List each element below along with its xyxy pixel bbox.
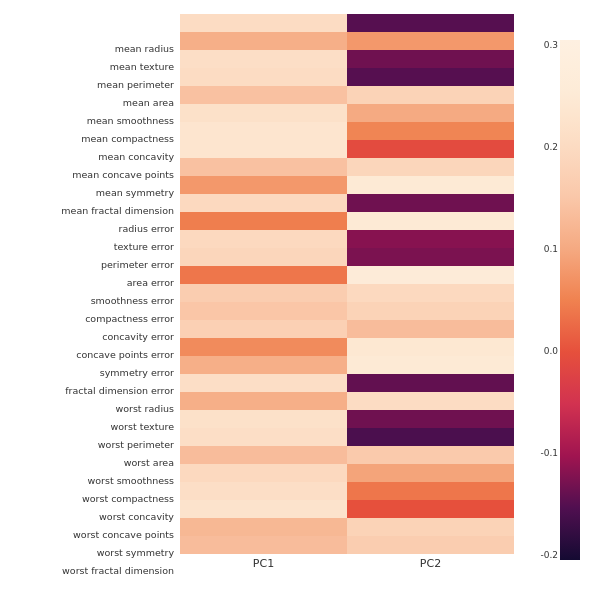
heatmap-cell-pc2	[347, 212, 514, 230]
heatmap-cell-pc2	[347, 140, 514, 158]
heatmap-cell-pc1	[180, 266, 347, 284]
heatmap-cell-pc1	[180, 50, 347, 68]
heatmap-cell-pc2	[347, 176, 514, 194]
row-label: mean concave points	[0, 166, 178, 184]
heatmap-cell-pc2	[347, 284, 514, 302]
heatmap-cell-pc2	[347, 68, 514, 86]
row-label: smoothness error	[0, 292, 178, 310]
chart-container: mean radiusmean texturemean perimetermea…	[0, 0, 594, 605]
chart-title	[0, 0, 594, 14]
row-label: worst compactness	[0, 490, 178, 508]
colorbar-gradient	[560, 40, 580, 560]
heatmap-cell-pc2	[347, 338, 514, 356]
row-label: worst perimeter	[0, 436, 178, 454]
heatmap-cell-pc1	[180, 374, 347, 392]
row-label: mean fractal dimension	[0, 202, 178, 220]
row-label: worst symmetry	[0, 544, 178, 562]
heatmap-cell-pc1	[180, 446, 347, 464]
heatmap-cell-pc2	[347, 32, 514, 50]
heatmap-cell-pc1	[180, 248, 347, 266]
heatmap-cell-pc1	[180, 518, 347, 536]
heatmap-cell-pc2	[347, 500, 514, 518]
heatmap-cell-pc2	[347, 482, 514, 500]
heatmap-cell-pc1	[180, 176, 347, 194]
row-label: worst concavity	[0, 508, 178, 526]
heatmap-cell-pc1	[180, 338, 347, 356]
colorbar-label: 0.2	[540, 142, 558, 152]
row-label: worst smoothness	[0, 472, 178, 490]
heatmap-cell-pc2	[347, 230, 514, 248]
x-label: PC2	[347, 554, 514, 570]
row-label: radius error	[0, 220, 178, 238]
heatmap-cell-pc1	[180, 68, 347, 86]
row-label: mean radius	[0, 40, 178, 58]
heatmap-cell-pc1	[180, 536, 347, 554]
row-label: worst fractal dimension	[0, 562, 178, 580]
row-label: mean smoothness	[0, 112, 178, 130]
heatmap-cell-pc2	[347, 536, 514, 554]
heatmap-cell-pc1	[180, 14, 347, 32]
colorbar-label: 0.0	[540, 346, 558, 356]
heatmap-cell-pc2	[347, 104, 514, 122]
heatmap-cell-pc2	[347, 320, 514, 338]
heatmap-cell-pc1	[180, 320, 347, 338]
heatmap-grid	[180, 14, 514, 554]
row-label: worst texture	[0, 418, 178, 436]
row-label: compactness error	[0, 310, 178, 328]
heatmap-cell-pc2	[347, 122, 514, 140]
row-label: symmetry error	[0, 364, 178, 382]
heatmap-cell-pc1	[180, 230, 347, 248]
heatmap-cell-pc2	[347, 356, 514, 374]
heatmap-cell-pc1	[180, 428, 347, 446]
heatmap-cell-pc2	[347, 410, 514, 428]
heatmap-cell-pc2	[347, 374, 514, 392]
heatmap-cell-pc1	[180, 194, 347, 212]
row-label: mean texture	[0, 58, 178, 76]
row-label: mean concavity	[0, 148, 178, 166]
row-label: mean symmetry	[0, 184, 178, 202]
row-label: texture error	[0, 238, 178, 256]
heatmap-cell-pc2	[347, 194, 514, 212]
heatmap-cell-pc2	[347, 50, 514, 68]
row-label: perimeter error	[0, 256, 178, 274]
heatmap-cell-pc1	[180, 410, 347, 428]
heatmap-cell-pc2	[347, 14, 514, 32]
heatmap-cell-pc2	[347, 86, 514, 104]
heatmap-cell-pc1	[180, 86, 347, 104]
heatmap-cell-pc2	[347, 248, 514, 266]
heatmap-cell-pc1	[180, 122, 347, 140]
heatmap-cell-pc1	[180, 464, 347, 482]
row-label: worst area	[0, 454, 178, 472]
heatmap-cell-pc2	[347, 446, 514, 464]
heatmap-cell-pc1	[180, 482, 347, 500]
heatmap-cell-pc1	[180, 140, 347, 158]
heatmap-cell-pc1	[180, 356, 347, 374]
row-label: area error	[0, 274, 178, 292]
heatmap-cell-pc2	[347, 464, 514, 482]
row-label: fractal dimension error	[0, 382, 178, 400]
row-label: concave points error	[0, 346, 178, 364]
colorbar	[560, 40, 580, 560]
heatmap-cell-pc2	[347, 428, 514, 446]
row-label: mean compactness	[0, 130, 178, 148]
colorbar-label: -0.1	[540, 448, 558, 458]
row-label: worst concave points	[0, 526, 178, 544]
heatmap-cell-pc1	[180, 104, 347, 122]
row-label: concavity error	[0, 328, 178, 346]
row-labels: mean radiusmean texturemean perimetermea…	[0, 40, 178, 560]
heatmap-cell-pc1	[180, 158, 347, 176]
heatmap-cell-pc2	[347, 158, 514, 176]
colorbar-label: 0.1	[540, 244, 558, 254]
heatmap-cell-pc1	[180, 500, 347, 518]
row-label: mean perimeter	[0, 76, 178, 94]
heatmap-cell-pc2	[347, 518, 514, 536]
row-label: mean area	[0, 94, 178, 112]
heatmap-cell-pc1	[180, 284, 347, 302]
heatmap-cell-pc1	[180, 302, 347, 320]
x-label: PC1	[180, 554, 347, 570]
colorbar-labels: 0.30.20.10.0-0.1-0.2	[540, 40, 558, 560]
row-label: worst radius	[0, 400, 178, 418]
heatmap-cell-pc1	[180, 32, 347, 50]
heatmap-cell-pc2	[347, 266, 514, 284]
heatmap-cell-pc1	[180, 392, 347, 410]
